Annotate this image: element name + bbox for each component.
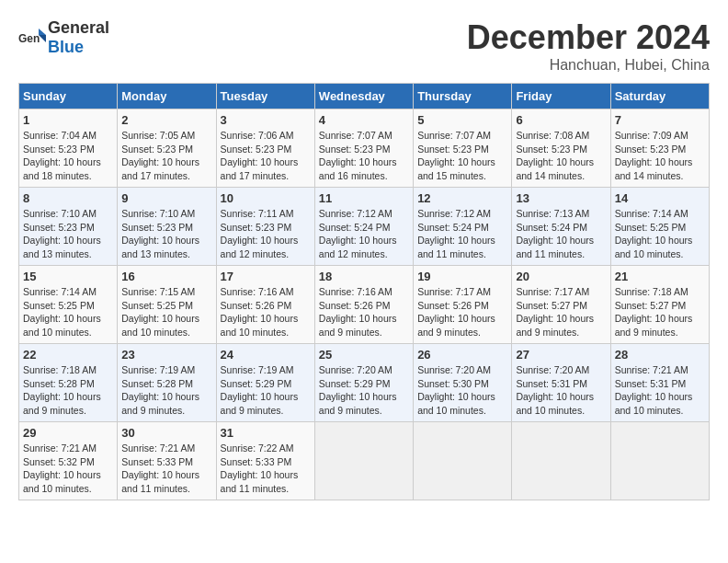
calendar-cell: 26Sunrise: 7:20 AM Sunset: 5:30 PM Dayli…	[414, 344, 512, 422]
logo-icon: Gen	[18, 24, 46, 52]
day-info: Sunrise: 7:10 AM Sunset: 5:23 PM Dayligh…	[121, 207, 211, 261]
day-info: Sunrise: 7:19 AM Sunset: 5:29 PM Dayligh…	[221, 363, 311, 418]
header-day-monday: Monday	[118, 84, 216, 109]
day-number: 21	[615, 270, 705, 283]
day-number: 10	[221, 191, 311, 205]
calendar-cell: 11Sunrise: 7:12 AM Sunset: 5:24 PM Dayli…	[314, 188, 413, 266]
day-info: Sunrise: 7:17 AM Sunset: 5:27 PM Dayligh…	[516, 285, 606, 339]
day-number: 5	[417, 113, 507, 127]
day-number: 3	[221, 113, 311, 127]
calendar-cell: 28Sunrise: 7:21 AM Sunset: 5:31 PM Dayli…	[610, 344, 709, 422]
calendar-cell: 29Sunrise: 7:21 AM Sunset: 5:32 PM Dayli…	[19, 422, 118, 500]
calendar-cell	[414, 422, 512, 500]
day-number: 29	[23, 426, 113, 440]
calendar-table: SundayMondayTuesdayWednesdayThursdayFrid…	[18, 83, 710, 500]
day-number: 2	[121, 113, 211, 127]
calendar-cell	[610, 422, 709, 500]
calendar-week-1: 1Sunrise: 7:04 AM Sunset: 5:23 PM Daylig…	[19, 109, 710, 188]
day-info: Sunrise: 7:16 AM Sunset: 5:26 PM Dayligh…	[319, 285, 409, 339]
calendar-cell: 9Sunrise: 7:10 AM Sunset: 5:23 PM Daylig…	[118, 188, 216, 266]
day-number: 17	[221, 270, 311, 283]
calendar-body: 1Sunrise: 7:04 AM Sunset: 5:23 PM Daylig…	[19, 109, 710, 500]
day-info: Sunrise: 7:20 AM Sunset: 5:30 PM Dayligh…	[417, 363, 507, 418]
logo-general-text: General	[48, 18, 109, 37]
day-info: Sunrise: 7:21 AM Sunset: 5:33 PM Dayligh…	[121, 442, 211, 496]
day-info: Sunrise: 7:07 AM Sunset: 5:23 PM Dayligh…	[319, 129, 409, 183]
title-block: December 2024 Hanchuan, Hubei, China	[467, 18, 710, 74]
calendar-cell: 12Sunrise: 7:12 AM Sunset: 5:24 PM Dayli…	[414, 188, 512, 266]
day-info: Sunrise: 7:10 AM Sunset: 5:23 PM Dayligh…	[23, 207, 113, 261]
day-number: 9	[121, 191, 211, 205]
calendar-cell: 3Sunrise: 7:06 AM Sunset: 5:23 PM Daylig…	[216, 109, 314, 188]
day-number: 14	[615, 191, 705, 205]
header-day-thursday: Thursday	[414, 84, 512, 109]
calendar-cell: 1Sunrise: 7:04 AM Sunset: 5:23 PM Daylig…	[19, 109, 118, 188]
day-number: 15	[23, 270, 113, 283]
page-header: Gen General Blue December 2024 Hanchuan,…	[18, 18, 710, 74]
day-info: Sunrise: 7:14 AM Sunset: 5:25 PM Dayligh…	[615, 207, 705, 261]
calendar-cell: 31Sunrise: 7:22 AM Sunset: 5:33 PM Dayli…	[216, 422, 314, 500]
month-title: December 2024	[467, 18, 710, 57]
day-number: 22	[23, 348, 113, 362]
day-number: 12	[417, 191, 507, 205]
day-info: Sunrise: 7:22 AM Sunset: 5:33 PM Dayligh…	[221, 442, 311, 496]
day-info: Sunrise: 7:08 AM Sunset: 5:23 PM Dayligh…	[516, 129, 606, 183]
day-number: 30	[121, 426, 211, 440]
calendar-cell: 18Sunrise: 7:16 AM Sunset: 5:26 PM Dayli…	[314, 266, 413, 344]
day-info: Sunrise: 7:18 AM Sunset: 5:27 PM Dayligh…	[615, 285, 705, 339]
calendar-cell: 20Sunrise: 7:17 AM Sunset: 5:27 PM Dayli…	[512, 266, 610, 344]
calendar-cell: 23Sunrise: 7:19 AM Sunset: 5:28 PM Dayli…	[118, 344, 216, 422]
calendar-cell: 19Sunrise: 7:17 AM Sunset: 5:26 PM Dayli…	[414, 266, 512, 344]
calendar-cell: 24Sunrise: 7:19 AM Sunset: 5:29 PM Dayli…	[216, 344, 314, 422]
day-info: Sunrise: 7:14 AM Sunset: 5:25 PM Dayligh…	[23, 285, 113, 339]
day-info: Sunrise: 7:15 AM Sunset: 5:25 PM Dayligh…	[121, 285, 211, 339]
day-info: Sunrise: 7:17 AM Sunset: 5:26 PM Dayligh…	[417, 285, 507, 339]
day-number: 20	[516, 270, 606, 283]
day-info: Sunrise: 7:21 AM Sunset: 5:31 PM Dayligh…	[615, 363, 705, 418]
header-day-saturday: Saturday	[610, 84, 709, 109]
day-number: 19	[417, 270, 507, 283]
day-info: Sunrise: 7:16 AM Sunset: 5:26 PM Dayligh…	[221, 285, 311, 339]
day-info: Sunrise: 7:13 AM Sunset: 5:24 PM Dayligh…	[516, 207, 606, 261]
calendar-cell: 17Sunrise: 7:16 AM Sunset: 5:26 PM Dayli…	[216, 266, 314, 344]
day-number: 28	[615, 348, 705, 362]
day-info: Sunrise: 7:20 AM Sunset: 5:31 PM Dayligh…	[516, 363, 606, 418]
calendar-header-row: SundayMondayTuesdayWednesdayThursdayFrid…	[19, 84, 710, 109]
day-number: 31	[221, 426, 311, 440]
calendar-cell: 25Sunrise: 7:20 AM Sunset: 5:29 PM Dayli…	[314, 344, 413, 422]
day-info: Sunrise: 7:21 AM Sunset: 5:32 PM Dayligh…	[23, 442, 113, 496]
day-number: 23	[121, 348, 211, 362]
day-number: 6	[516, 113, 606, 127]
header-day-friday: Friday	[512, 84, 610, 109]
day-number: 25	[319, 348, 409, 362]
calendar-cell: 13Sunrise: 7:13 AM Sunset: 5:24 PM Dayli…	[512, 188, 610, 266]
calendar-cell: 21Sunrise: 7:18 AM Sunset: 5:27 PM Dayli…	[610, 266, 709, 344]
day-number: 13	[516, 191, 606, 205]
day-number: 4	[319, 113, 409, 127]
calendar-cell: 6Sunrise: 7:08 AM Sunset: 5:23 PM Daylig…	[512, 109, 610, 188]
calendar-cell: 22Sunrise: 7:18 AM Sunset: 5:28 PM Dayli…	[19, 344, 118, 422]
day-number: 1	[23, 113, 113, 127]
day-info: Sunrise: 7:20 AM Sunset: 5:29 PM Dayligh…	[319, 363, 409, 418]
day-info: Sunrise: 7:09 AM Sunset: 5:23 PM Dayligh…	[615, 129, 705, 183]
calendar-cell: 10Sunrise: 7:11 AM Sunset: 5:23 PM Dayli…	[216, 188, 314, 266]
calendar-cell: 30Sunrise: 7:21 AM Sunset: 5:33 PM Dayli…	[118, 422, 216, 500]
day-number: 8	[23, 191, 113, 205]
calendar-week-3: 15Sunrise: 7:14 AM Sunset: 5:25 PM Dayli…	[19, 266, 710, 344]
day-number: 27	[516, 348, 606, 362]
calendar-cell	[512, 422, 610, 500]
calendar-week-4: 22Sunrise: 7:18 AM Sunset: 5:28 PM Dayli…	[19, 344, 710, 422]
header-day-tuesday: Tuesday	[216, 84, 314, 109]
calendar-cell: 14Sunrise: 7:14 AM Sunset: 5:25 PM Dayli…	[610, 188, 709, 266]
day-info: Sunrise: 7:12 AM Sunset: 5:24 PM Dayligh…	[417, 207, 507, 261]
logo-blue-text: Blue	[48, 38, 84, 56]
day-number: 26	[417, 348, 507, 362]
calendar-cell: 15Sunrise: 7:14 AM Sunset: 5:25 PM Dayli…	[19, 266, 118, 344]
day-info: Sunrise: 7:11 AM Sunset: 5:23 PM Dayligh…	[221, 207, 311, 261]
calendar-cell: 5Sunrise: 7:07 AM Sunset: 5:23 PM Daylig…	[414, 109, 512, 188]
day-info: Sunrise: 7:05 AM Sunset: 5:23 PM Dayligh…	[121, 129, 211, 183]
header-day-wednesday: Wednesday	[314, 84, 413, 109]
header-day-sunday: Sunday	[19, 84, 118, 109]
day-number: 16	[121, 270, 211, 283]
day-number: 24	[221, 348, 311, 362]
